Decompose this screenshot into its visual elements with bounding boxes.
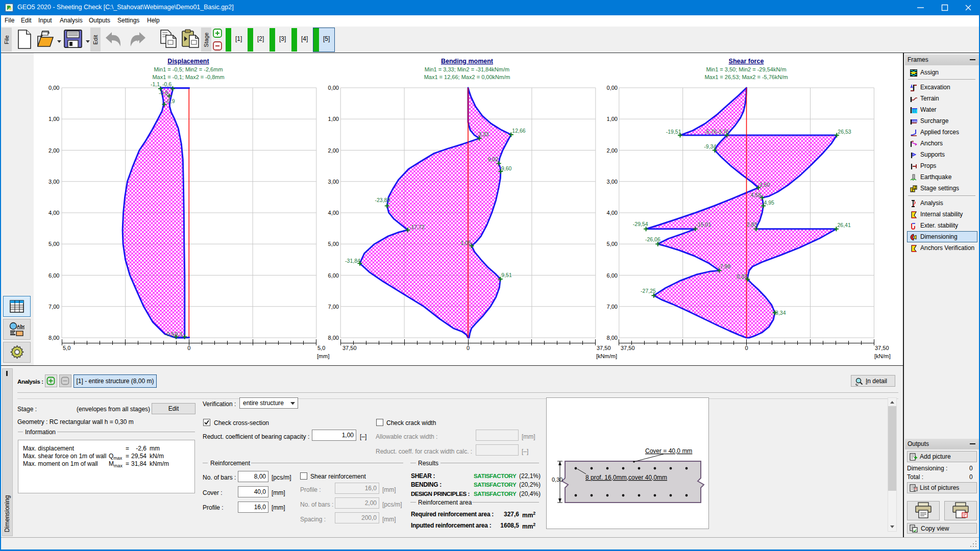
svg-text:0: 0 [467, 345, 470, 351]
svg-text:-17,72: -17,72 [409, 224, 425, 230]
svg-text:2,00: 2,00 [48, 147, 59, 154]
svg-text:4,00: 4,00 [48, 210, 59, 216]
svg-text:2,83: 2,83 [747, 221, 757, 228]
svg-text:9,02: 9,02 [488, 156, 499, 162]
svg-text:-0,6: -0,6 [162, 81, 172, 87]
svg-text:1,00: 1,00 [328, 116, 339, 122]
svg-text:5,00: 5,00 [328, 241, 339, 247]
svg-text:-23,83: -23,83 [375, 197, 390, 203]
svg-text:-27,25: -27,25 [641, 288, 656, 294]
svg-text:-7,98: -7,98 [718, 263, 730, 269]
svg-text:7,00: 7,00 [607, 304, 618, 310]
svg-text:Max1 = 12,66; Max2 = 0,00kNm/m: Max1 = 12,66; Max2 = 0,00kNm/m [424, 74, 510, 80]
svg-text:0: 0 [745, 345, 748, 351]
svg-text:4,58: 4,58 [751, 192, 762, 198]
svg-text:2: 2 [914, 186, 916, 189]
svg-text:8,00: 8,00 [48, 335, 59, 341]
svg-text:7,00: 7,00 [48, 304, 59, 310]
svg-text:3,50: 3,50 [760, 182, 770, 188]
svg-text:[mm]: [mm] [317, 353, 329, 359]
svg-text:-0,9: -0,9 [166, 98, 175, 104]
svg-text:0,00: 0,00 [328, 85, 339, 91]
svg-text:3,33: 3,33 [478, 131, 489, 137]
svg-text:Min1 = -0,5; Min2 = -2,6mm: Min1 = -0,5; Min2 = -2,6mm [154, 66, 223, 72]
svg-text:8,00: 8,00 [328, 335, 339, 341]
svg-text:2,00: 2,00 [607, 147, 618, 154]
svg-text:0,30: 0,30 [552, 477, 562, 483]
svg-text:1,05: 1,05 [461, 240, 472, 246]
svg-text:4,00: 4,00 [607, 210, 618, 216]
svg-text:-29,54: -29,54 [633, 221, 648, 227]
svg-text:26,53: 26,53 [838, 129, 851, 135]
svg-text:-0,3: -0,3 [173, 331, 182, 337]
svg-text:26,41: 26,41 [838, 222, 851, 228]
svg-text:5,00: 5,00 [607, 241, 618, 247]
svg-text:-26,06: -26,06 [645, 236, 660, 242]
svg-text:37,50: 37,50 [621, 345, 635, 351]
svg-text:9,51: 9,51 [501, 272, 512, 278]
svg-text:8 prof. 16,0mm,cover 40,0mm: 8 prof. 16,0mm,cover 40,0mm [585, 474, 667, 481]
svg-text:Max1 = 26,53; Max2 = -5,76kN/m: Max1 = 26,53; Max2 = -5,76kN/m [704, 74, 788, 80]
svg-text:5,00: 5,00 [48, 241, 59, 247]
svg-text:[kNm/m]: [kNm/m] [596, 353, 617, 359]
svg-text:-9,34: -9,34 [704, 143, 716, 149]
svg-text:3,00: 3,00 [607, 179, 618, 185]
svg-text:6,00: 6,00 [48, 272, 59, 279]
svg-text:3,00: 3,00 [48, 179, 59, 185]
svg-text:0,00: 0,00 [607, 85, 618, 91]
svg-text:Max1 = -0,1; Max2 = -0,8mm: Max1 = -0,1; Max2 = -0,8mm [152, 74, 224, 80]
svg-text:Bending moment: Bending moment [441, 58, 494, 65]
svg-text:-5,76-3,76: -5,76-3,76 [704, 129, 729, 135]
svg-text:2,00: 2,00 [328, 147, 339, 154]
svg-text:-1,1: -1,1 [151, 81, 160, 87]
svg-text:Shear force: Shear force [729, 58, 764, 65]
svg-text:0,33: 0,33 [737, 273, 747, 280]
svg-text:1: 1 [912, 188, 914, 192]
svg-text:-15,01: -15,01 [696, 221, 712, 228]
svg-text:1,00: 1,00 [607, 116, 618, 122]
svg-text:4,00: 4,00 [328, 210, 339, 216]
svg-text:4,95: 4,95 [764, 199, 775, 206]
svg-text:-19,51: -19,51 [666, 129, 681, 135]
svg-text:12,66: 12,66 [512, 128, 525, 134]
svg-text:Min1 = 3,33; Min2 = -31,84kNm/: Min1 = 3,33; Min2 = -31,84kNm/m [425, 66, 509, 72]
svg-text:37,50: 37,50 [342, 345, 357, 351]
svg-text:6,00: 6,00 [607, 272, 618, 279]
svg-text:0: 0 [187, 345, 190, 351]
svg-text:0,00: 0,00 [48, 85, 59, 91]
svg-text:7,00: 7,00 [328, 304, 339, 310]
svg-text:Cover = 40,0 mm: Cover = 40,0 mm [645, 447, 692, 455]
svg-text:5,0: 5,0 [63, 345, 70, 351]
svg-text:Displacement: Displacement [167, 58, 209, 65]
svg-text:-31,84: -31,84 [345, 258, 360, 264]
svg-text:8,00: 8,00 [607, 335, 618, 341]
svg-text:8,34: 8,34 [775, 310, 786, 316]
svg-text:Min1 = 3,50; Min2 = -29,54kN/m: Min1 = 3,50; Min2 = -29,54kN/m [706, 66, 786, 72]
svg-text:6,00: 6,00 [328, 272, 339, 279]
svg-text:3,00: 3,00 [328, 179, 339, 185]
svg-text:1,00: 1,00 [48, 116, 59, 122]
svg-text:5,0: 5,0 [317, 345, 325, 351]
svg-text:[kN/m]: [kN/m] [874, 353, 891, 359]
svg-text:37,50: 37,50 [875, 345, 889, 351]
svg-text:37,50: 37,50 [597, 345, 611, 351]
svg-text:-0,8: -0,8 [159, 90, 168, 96]
svg-text:9,60: 9,60 [501, 165, 512, 171]
